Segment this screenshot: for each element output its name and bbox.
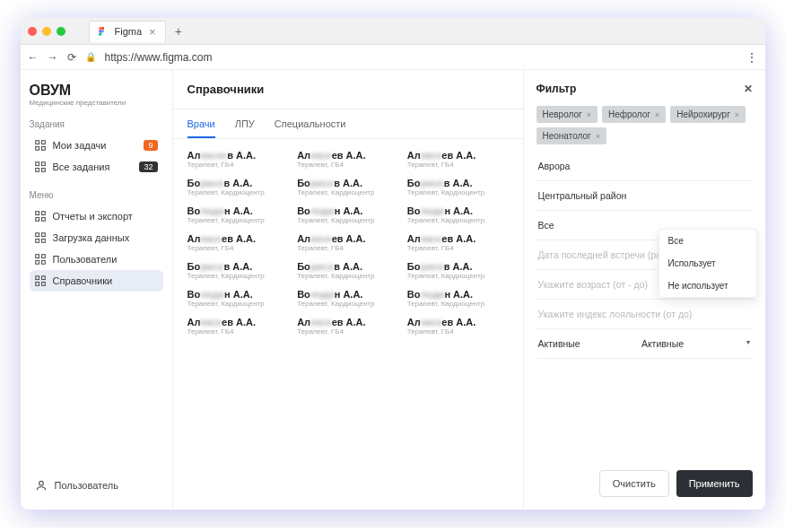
doctor-name: Борисов А.А. xyxy=(297,178,398,188)
sidebar-section-tasks: Задания xyxy=(30,119,163,129)
sidebar-item[interactable]: Пользователи xyxy=(30,249,163,270)
close-icon[interactable]: ✕ xyxy=(744,83,753,95)
sidebar-item-label: Загрузка данных xyxy=(53,232,130,243)
doctor-subtitle: Терапевт, ГБ4 xyxy=(407,161,509,169)
remove-tag-icon[interactable]: × xyxy=(587,110,591,119)
remove-tag-icon[interactable]: × xyxy=(596,132,600,141)
sidebar-user[interactable]: Пользователь xyxy=(30,474,163,497)
doctor-item[interactable]: Борисов А.А.Терапевт, Кардиоцентр xyxy=(188,261,289,280)
doctor-item[interactable]: Алексеев А.А.Терапевт, ГБ4 xyxy=(188,233,289,252)
doctor-item[interactable]: Алексеев А.А.Терапевт, ГБ4 xyxy=(297,233,398,252)
doctor-subtitle: Терапевт, ГБ4 xyxy=(407,244,509,252)
doctor-item[interactable]: Алексеев А.А.Терапевт, ГБ4 xyxy=(407,317,509,336)
svg-rect-7 xyxy=(35,169,39,172)
tag-label: Неонатолог xyxy=(543,131,591,141)
sidebar-item[interactable]: Мои задачи9 xyxy=(30,135,163,156)
filter-tag[interactable]: Невролог× xyxy=(536,106,597,123)
window-minimize-icon[interactable] xyxy=(42,27,51,36)
filter-field-active[interactable]: Активные Активные ▾ xyxy=(536,329,753,359)
filter-tag[interactable]: Нефролог× xyxy=(602,106,666,123)
window-maximize-icon[interactable] xyxy=(57,27,65,36)
sidebar-section-menu: Меню xyxy=(30,190,163,200)
doctor-item[interactable]: Борисов А.А.Терапевт, Кардиоцентр xyxy=(297,178,398,196)
browser-tab[interactable]: Figma × xyxy=(89,21,166,42)
remove-tag-icon[interactable]: × xyxy=(735,110,739,119)
dropdown-option[interactable]: Не использует xyxy=(659,275,756,297)
tag-label: Нефролог xyxy=(608,109,650,119)
doctor-item[interactable]: Борисов А.А.Терапевт, Кардиоцентр xyxy=(407,178,509,196)
sidebar-item[interactable]: Все задания32 xyxy=(30,156,163,178)
url-text[interactable]: https://www.figma.com xyxy=(105,51,213,64)
browser-menu-icon[interactable]: ⋮ xyxy=(746,50,758,65)
svg-rect-12 xyxy=(41,218,45,222)
remove-tag-icon[interactable]: × xyxy=(655,110,659,119)
filter-active-label: Активные xyxy=(538,338,580,349)
sidebar-item-label: Отчеты и экспорт xyxy=(53,211,133,222)
doctor-subtitle: Терапевт, ГБ4 xyxy=(188,327,289,336)
grid-icon xyxy=(35,232,46,243)
content-tab[interactable]: ЛПУ xyxy=(235,118,255,138)
svg-rect-19 xyxy=(35,261,39,265)
filter-field-company[interactable]: Аврора xyxy=(536,152,753,181)
svg-rect-8 xyxy=(41,169,45,172)
doctor-name: Борисов А.А. xyxy=(407,261,509,272)
filter-field-district[interactable]: Центральный район xyxy=(536,181,753,211)
doctor-name: Алексеев А.А. xyxy=(188,317,289,327)
sidebar-item[interactable]: Загрузка данных xyxy=(30,227,163,249)
window-close-icon[interactable] xyxy=(28,27,37,36)
doctor-name: Алексеев А.А. xyxy=(297,317,398,327)
sidebar-item-label: Мои задачи xyxy=(53,140,107,151)
doctor-item[interactable]: Володин А.А.Терапевт, Кардиоцентр xyxy=(188,289,289,308)
filter-field-loyalty[interactable]: Укажите индекс лояльности (от до) xyxy=(536,300,753,329)
doctor-subtitle: Терапевт, Кардиоцентр xyxy=(188,188,289,196)
forward-icon[interactable]: → xyxy=(48,51,58,64)
svg-rect-16 xyxy=(41,240,45,243)
doctor-name: Володин А.А. xyxy=(297,205,398,216)
doctor-item[interactable]: Борисов А.А.Терапевт, Кардиоцентр xyxy=(188,178,289,196)
doctor-item[interactable]: Алексеев А.А.Терапевт, ГБ4 xyxy=(407,233,509,252)
doctor-name: Алексеев А.А. xyxy=(407,317,509,327)
sidebar-item[interactable]: Справочники xyxy=(30,270,163,292)
svg-rect-1 xyxy=(35,141,39,144)
doctor-item[interactable]: Володин А.А.Терапевт, Кардиоцентр xyxy=(297,205,398,224)
doctor-item[interactable]: Алексеев А.А.Терапевт, ГБ4 xyxy=(407,150,509,169)
doctor-item[interactable]: Борисов А.А.Терапевт, Кардиоцентр xyxy=(297,261,398,280)
doctor-item[interactable]: Алексеев А.А.Терапевт, ГБ4 xyxy=(297,150,398,169)
doctor-item[interactable]: Алексеев А.А.Терапевт, ГБ4 xyxy=(188,317,289,336)
content-tab[interactable]: Врачи xyxy=(188,118,215,138)
back-icon[interactable]: ← xyxy=(28,51,39,64)
app-logo-subtitle: Медицинские представители xyxy=(30,99,163,107)
doctor-item[interactable]: Володин А.А.Терапевт, Кардиоцентр xyxy=(407,289,509,308)
doctor-name: Володин А.А. xyxy=(188,289,289,300)
dropdown-option[interactable]: Использует xyxy=(659,252,756,275)
close-icon[interactable]: × xyxy=(149,25,156,39)
filter-tag[interactable]: Нейрохирург× xyxy=(670,106,746,123)
doctor-list: Алексеев А.А.Терапевт, ГБ4Алексеев А.А.Т… xyxy=(173,139,523,346)
doctor-subtitle: Терапевт, ГБ4 xyxy=(188,244,289,252)
grid-icon xyxy=(35,140,46,151)
dropdown-option[interactable]: Все xyxy=(659,230,756,252)
doctor-item[interactable]: Володин А.А.Терапевт, Кардиоцентр xyxy=(297,289,398,308)
apply-button[interactable]: Применить xyxy=(676,470,753,497)
filter-field-usage[interactable]: Все ВсеИспользуетНе использует xyxy=(536,211,753,240)
doctor-item[interactable]: Алексеев А.А.Терапевт, ГБ4 xyxy=(297,317,398,336)
doctor-item[interactable]: Володин А.А.Терапевт, Кардиоцентр xyxy=(407,205,509,224)
doctor-name: Володин А.А. xyxy=(407,289,509,300)
browser-window: Figma × + ← → ⟳ 🔒 https://www.figma.com … xyxy=(21,18,765,510)
reload-icon[interactable]: ⟳ xyxy=(67,51,76,64)
new-tab-icon[interactable]: + xyxy=(175,24,182,39)
doctor-subtitle: Терапевт, Кардиоцентр xyxy=(188,216,289,224)
doctor-subtitle: Терапевт, Кардиоцентр xyxy=(297,272,398,280)
filter-active-value: Активные xyxy=(641,338,684,349)
doctor-item[interactable]: Алексеев А.А.Терапевт, ГБ4 xyxy=(188,150,289,169)
clear-button[interactable]: Очистить xyxy=(599,470,669,497)
browser-tabbar: Figma × + xyxy=(21,18,765,45)
doctor-name: Алексеев А.А. xyxy=(407,150,509,161)
content-tab[interactable]: Специальности xyxy=(275,118,346,138)
doctor-item[interactable]: Борисов А.А.Терапевт, Кардиоцентр xyxy=(407,261,509,280)
doctor-subtitle: Терапевт, ГБ4 xyxy=(407,327,509,336)
filter-tag[interactable]: Неонатолог× xyxy=(536,127,606,144)
sidebar-item[interactable]: Отчеты и экспорт xyxy=(30,205,163,227)
sidebar: ОВУМ Медицинские представители Задания М… xyxy=(21,70,173,510)
doctor-item[interactable]: Володин А.А.Терапевт, Кардиоцентр xyxy=(188,205,289,224)
